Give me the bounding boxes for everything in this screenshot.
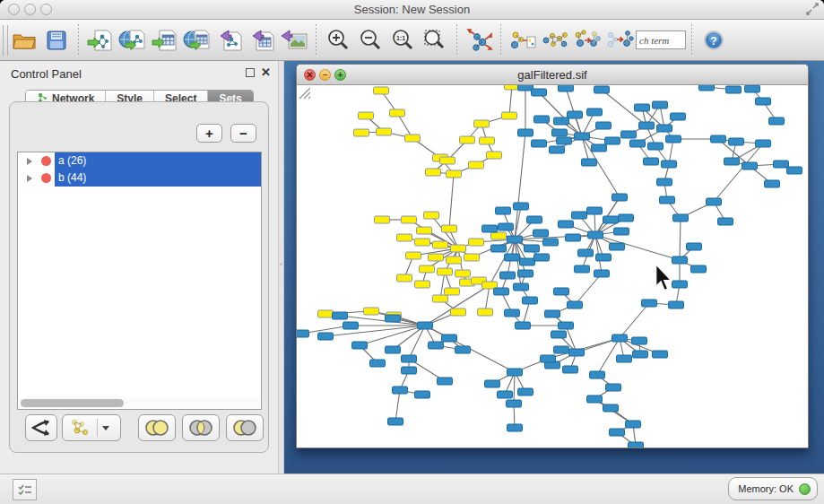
import-table-file-icon[interactable]	[149, 23, 181, 57]
graph-node[interactable]	[633, 351, 648, 358]
network-frame[interactable]: ✕ – + galFiltered.sif	[296, 64, 809, 448]
graph-node[interactable]	[729, 138, 744, 145]
expander-icon[interactable]	[27, 158, 32, 165]
graph-node[interactable]	[386, 315, 401, 322]
graph-node[interactable]	[514, 283, 529, 291]
graph-node[interactable]	[518, 388, 533, 395]
graph-node[interactable]	[550, 146, 565, 153]
graph-node[interactable]	[451, 245, 466, 252]
fullscreen-icon[interactable]	[806, 3, 819, 15]
graph-node[interactable]	[765, 180, 780, 187]
graph-node[interactable]	[534, 116, 550, 123]
graph-node[interactable]	[644, 158, 659, 165]
graph-node[interactable]	[745, 85, 760, 92]
graph-node[interactable]	[587, 395, 603, 403]
graph-node[interactable]	[405, 135, 421, 142]
graph-node[interactable]	[505, 85, 520, 90]
graph-node[interactable]	[610, 243, 625, 250]
graph-node[interactable]	[406, 252, 421, 259]
graph-node[interactable]	[469, 239, 484, 246]
graph-node[interactable]	[532, 89, 547, 96]
graph-node[interactable]	[507, 400, 522, 407]
graph-edge[interactable]	[680, 218, 681, 260]
graph-node[interactable]	[343, 322, 359, 329]
search-input[interactable]	[636, 30, 686, 49]
graph-node[interactable]	[774, 161, 789, 168]
graph-node[interactable]	[554, 117, 569, 125]
help-icon[interactable]: ?	[698, 23, 730, 57]
graph-node[interactable]	[699, 85, 715, 91]
graph-node[interactable]	[711, 135, 726, 143]
graph-node[interactable]	[726, 86, 742, 93]
import-table-url-icon[interactable]	[181, 23, 213, 57]
select-first-neighbors-icon[interactable]	[539, 23, 571, 57]
window-titlebar[interactable]: Session: New Session	[0, 0, 824, 20]
dropdown-arrow-icon[interactable]	[102, 426, 109, 430]
graph-node[interactable]	[354, 129, 369, 136]
graph-node[interactable]	[610, 429, 625, 436]
graph-node[interactable]	[534, 254, 550, 261]
graph-edge[interactable]	[449, 174, 454, 229]
graph-edge[interactable]	[509, 86, 512, 116]
graph-node[interactable]	[420, 265, 435, 273]
graph-node[interactable]	[474, 120, 490, 127]
graph-node[interactable]	[653, 351, 668, 358]
apply-preferred-layout-icon[interactable]	[463, 23, 495, 57]
graph-node[interactable]	[621, 131, 637, 138]
graph-node[interactable]	[787, 167, 802, 174]
graph-node[interactable]	[635, 104, 650, 111]
resize-grip-icon[interactable]	[297, 85, 311, 100]
graph-canvas[interactable]	[297, 85, 808, 448]
graph-node[interactable]	[482, 225, 498, 232]
graph-node[interactable]	[554, 346, 569, 353]
graph-node[interactable]	[500, 272, 516, 279]
graph-node[interactable]	[543, 239, 559, 246]
graph-node[interactable]	[742, 162, 758, 169]
zoom-out-icon[interactable]	[354, 23, 386, 57]
graph-node[interactable]	[612, 335, 628, 342]
graph-node[interactable]	[390, 109, 405, 117]
graph-node[interactable]	[297, 330, 309, 337]
list-item-set-b[interactable]: b (44)	[18, 169, 261, 187]
graph-node[interactable]	[592, 144, 607, 152]
graph-node[interactable]	[578, 249, 594, 256]
graph-node[interactable]	[619, 214, 634, 222]
split-set-button[interactable]	[25, 414, 57, 441]
graph-node[interactable]	[447, 256, 462, 264]
graph-node[interactable]	[603, 216, 619, 223]
collapse-divider-icon[interactable]: ‹	[280, 260, 283, 268]
graph-node[interactable]	[499, 223, 514, 230]
export-table-icon[interactable]	[246, 23, 278, 57]
graph-node[interactable]	[559, 322, 574, 329]
graph-node[interactable]	[518, 129, 533, 136]
remove-set-button[interactable]: −	[230, 124, 256, 143]
graph-node[interactable]	[442, 335, 457, 342]
graph-node[interactable]	[559, 221, 574, 228]
graph-node[interactable]	[554, 288, 569, 295]
graph-node[interactable]	[707, 198, 722, 205]
graph-node[interactable]	[440, 157, 455, 164]
graph-node[interactable]	[418, 322, 433, 329]
graph-node[interactable]	[596, 122, 611, 129]
graph-node[interactable]	[433, 241, 448, 248]
graph-node[interactable]	[626, 421, 641, 428]
graph-node[interactable]	[671, 113, 686, 120]
set-union-button[interactable]	[138, 414, 176, 441]
graph-node[interactable]	[333, 312, 348, 319]
horizontal-scrollbar[interactable]	[19, 398, 260, 408]
graph-node[interactable]	[559, 85, 574, 91]
graph-node[interactable]	[518, 270, 533, 277]
graph-node[interactable]	[491, 232, 507, 239]
graph-node[interactable]	[724, 158, 740, 165]
graph-node[interactable]	[653, 101, 668, 109]
graph-node[interactable]	[587, 109, 603, 116]
graph-node[interactable]	[374, 87, 389, 94]
graph-node[interactable]	[415, 391, 430, 398]
graph-node[interactable]	[606, 384, 621, 391]
graph-node[interactable]	[769, 117, 785, 125]
graph-node[interactable]	[397, 234, 412, 241]
graph-node[interactable]	[494, 288, 509, 295]
graph-node[interactable]	[642, 300, 657, 307]
graph-node[interactable]	[388, 418, 403, 425]
graph-node[interactable]	[632, 337, 647, 344]
